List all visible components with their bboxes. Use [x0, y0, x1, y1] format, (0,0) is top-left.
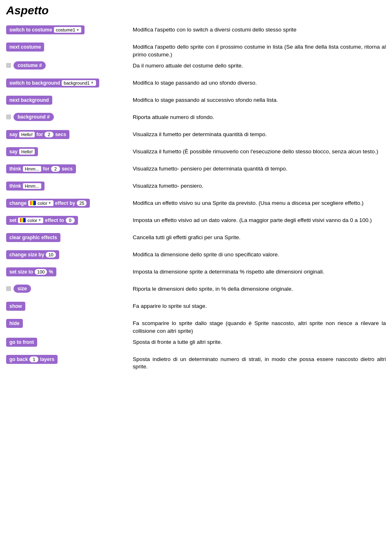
block-background-hash[interactable]: background #: [13, 113, 54, 121]
go-back-num[interactable]: 1: [29, 357, 38, 362]
say-input-text2[interactable]: Hello!: [19, 149, 35, 155]
row-think: think Hmm... Visualizza fumetto- pensier…: [6, 182, 386, 196]
block-col-next-costume: next costume: [6, 43, 133, 52]
row-think-for: think Hmm... for 2 secs Visualizza fumet…: [6, 164, 386, 179]
color-label2: color: [27, 218, 37, 223]
block-say[interactable]: say Hello!: [6, 147, 38, 156]
checkbox-icon[interactable]: [6, 114, 11, 119]
checkbox-icon[interactable]: [6, 63, 11, 68]
block-label: show: [9, 303, 22, 309]
dropdown-arrow-icon: ▼: [48, 201, 51, 205]
row-costume-hash: costume # Da il numero attuale del costu…: [6, 61, 386, 76]
block-clear-graphic-effects[interactable]: clear graphic effects: [6, 233, 60, 242]
block-col-change-color-effect: change color ▼ effect by 25: [6, 199, 133, 208]
dropdown-arrow-icon: ▼: [91, 81, 94, 85]
set-size-num[interactable]: 100: [35, 269, 47, 275]
page-title: Aspetto: [6, 4, 386, 17]
block-go-back[interactable]: go back 1 layers: [6, 355, 58, 364]
block-show[interactable]: show: [6, 302, 25, 311]
think-input-text2[interactable]: Hmm...: [23, 183, 41, 189]
block-label: change: [9, 200, 27, 206]
desc-switch-costume: Modifica l'aspetto con lo switch a diver…: [133, 25, 386, 34]
set-effect-num[interactable]: 0: [66, 218, 75, 223]
desc-change-color-effect: Modifica un effetto visivo su una Sprite…: [133, 199, 386, 207]
block-go-to-front[interactable]: go to front: [6, 338, 37, 347]
row-background-hash: background # Riporta attuale numero di s…: [6, 113, 386, 128]
desc-hide: Fa scomparire lo sprite dallo stage (qua…: [133, 319, 386, 335]
checkbox-icon[interactable]: [6, 286, 11, 291]
block-col-show: show: [6, 302, 133, 311]
block-label: set size to: [9, 269, 33, 275]
block-col-set-color-effect: set color ▼ effect to 0: [6, 216, 133, 225]
say-input-text[interactable]: Hello!: [19, 132, 35, 137]
row-go-back: go back 1 layers Sposta indietro di un d…: [6, 355, 386, 371]
color-gradient-icon2: [20, 218, 26, 222]
desc-change-size: Modifica la dimensione dello sprite di u…: [133, 250, 386, 259]
block-change-size[interactable]: change size by 10: [6, 250, 59, 259]
change-size-num[interactable]: 10: [46, 252, 56, 258]
block-think-for[interactable]: think Hmm... for 2 secs: [6, 164, 76, 173]
block-think[interactable]: think Hmm...: [6, 182, 45, 191]
row-say-for: say Hello! for 2 secs Visualizza il fume…: [6, 130, 386, 145]
think-input-text[interactable]: Hmm...: [23, 166, 41, 172]
block-switch-background[interactable]: switch to background background1 ▼: [6, 78, 99, 87]
block-label: go back: [9, 357, 28, 362]
block-col-set-size: set size to 100 %: [6, 267, 133, 276]
block-set-color-effect[interactable]: set color ▼ effect to 0: [6, 216, 78, 225]
block-col-go-back: go back 1 layers: [6, 355, 133, 364]
block-col-switch-costume: switch to costume costume1 ▼: [6, 25, 133, 34]
dropdown-arrow-icon: ▼: [76, 28, 79, 32]
row-switch-background: switch to background background1 ▼ Modif…: [6, 78, 386, 93]
block-say-for[interactable]: say Hello! for 2 secs: [6, 130, 69, 139]
block-col-next-background: next background: [6, 96, 133, 105]
block-label: hide: [9, 321, 20, 326]
block-label: size: [18, 286, 27, 292]
desc-costume-hash: Da il numero attuale del costume dello s…: [133, 61, 386, 70]
block-label-for: for: [43, 166, 49, 172]
say-input-num[interactable]: 2: [45, 132, 53, 137]
desc-clear-graphic-effects: Cancella tutti gli effetti grafici per u…: [133, 233, 386, 242]
change-effect-num[interactable]: 25: [77, 200, 87, 206]
block-rows: switch to costume costume1 ▼ Modifica l'…: [6, 25, 386, 371]
row-set-size: set size to 100 % Imposta la dimensione …: [6, 267, 386, 282]
block-col-say: say Hello!: [6, 147, 133, 156]
block-label-secs: secs: [62, 166, 73, 172]
block-col-hide: hide: [6, 319, 133, 328]
block-hide[interactable]: hide: [6, 319, 23, 328]
block-col-go-to-front: go to front: [6, 338, 133, 347]
block-label-layers: layers: [40, 357, 54, 362]
desc-size-reporter: Riporta le dimensioni dello sprite, in %…: [133, 285, 386, 293]
block-size-reporter[interactable]: size: [13, 285, 31, 293]
block-change-color-effect[interactable]: change color ▼ effect by 25: [6, 199, 90, 208]
block-label-secs: secs: [55, 132, 66, 137]
color-gradient-icon: [30, 201, 36, 205]
checkbox-size: size: [6, 285, 31, 293]
block-next-costume[interactable]: next costume: [6, 43, 44, 52]
row-next-costume: next costume Modifica l'aspetto dello sp…: [6, 43, 386, 59]
block-col-costume-hash: costume #: [6, 61, 133, 70]
costume-value: costume1: [56, 27, 76, 32]
desc-next-background: Modifica lo stage passando al successivo…: [133, 96, 386, 104]
block-col-say-for: say Hello! for 2 secs: [6, 130, 133, 139]
block-label: think: [9, 166, 21, 172]
set-color-dropdown[interactable]: color ▼: [18, 218, 43, 223]
row-switch-costume: switch to costume costume1 ▼ Modifica l'…: [6, 25, 386, 40]
background-dropdown[interactable]: background1 ▼: [62, 80, 96, 86]
block-label: say: [9, 149, 18, 155]
think-input-num[interactable]: 2: [51, 166, 60, 172]
desc-think-for: Visualizza fumetto- pensiero per determi…: [133, 164, 386, 173]
row-hide: hide Fa scomparire lo sprite dallo stage…: [6, 319, 386, 335]
block-next-background[interactable]: next background: [6, 96, 52, 105]
color-effect-dropdown[interactable]: color ▼: [28, 200, 53, 206]
block-label: next costume: [9, 44, 41, 50]
desc-set-size: Imposta la dimensione sprite a determina…: [133, 267, 386, 276]
block-set-size[interactable]: set size to 100 %: [6, 267, 56, 276]
row-go-to-front: go to front Sposta di fronte a tutte gli…: [6, 338, 386, 352]
checkbox-costume-hash: costume #: [6, 61, 46, 70]
block-col-clear-graphic-effects: clear graphic effects: [6, 233, 133, 242]
desc-think: Visualizza fumetto- pensiero.: [133, 182, 386, 190]
block-costume-hash[interactable]: costume #: [13, 61, 46, 70]
desc-switch-background: Modifica lo stage passando ad uno sfondo…: [133, 78, 386, 87]
block-switch-costume[interactable]: switch to costume costume1 ▼: [6, 25, 85, 34]
costume-dropdown[interactable]: costume1 ▼: [54, 27, 82, 33]
